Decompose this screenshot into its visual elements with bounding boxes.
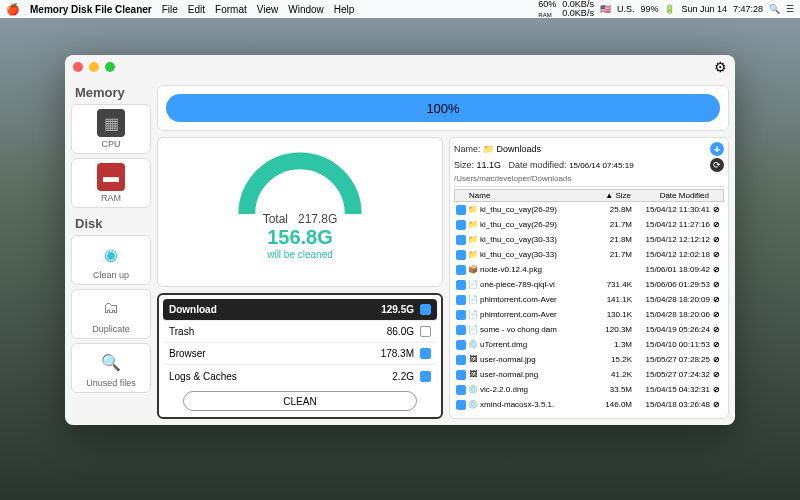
menu-window[interactable]: Window xyxy=(288,4,324,15)
file-type-icon: 📦 xyxy=(468,265,478,275)
category-checkbox[interactable] xyxy=(420,371,431,382)
file-block-icon[interactable]: ⊘ xyxy=(710,385,722,394)
file-block-icon[interactable]: ⊘ xyxy=(710,250,722,259)
app-name[interactable]: Memory Disk File Cleaner xyxy=(30,4,152,15)
file-checkbox[interactable] xyxy=(456,235,466,245)
file-row[interactable]: 📁ki_thu_co_vay(26-29)21.7M15/04/12 11:27… xyxy=(454,217,724,232)
category-row[interactable]: Browser178.3M xyxy=(163,343,437,365)
maximize-icon[interactable] xyxy=(105,62,115,72)
file-block-icon[interactable]: ⊘ xyxy=(710,370,722,379)
file-row[interactable]: 📁ki_thu_co_vay(30-33)21.8M15/04/12 12:12… xyxy=(454,232,724,247)
file-checkbox[interactable] xyxy=(456,205,466,215)
file-table-header[interactable]: Name ▲ Size Date Modified xyxy=(454,189,724,202)
gauge-arc xyxy=(230,144,370,214)
file-checkbox[interactable] xyxy=(456,400,466,410)
file-block-icon[interactable]: ⊘ xyxy=(710,235,722,244)
menu-help[interactable]: Help xyxy=(334,4,355,15)
menu-view[interactable]: View xyxy=(257,4,279,15)
file-name: ki_thu_co_vay(30-33) xyxy=(480,235,594,244)
file-checkbox[interactable] xyxy=(456,340,466,350)
apple-menu-icon[interactable]: 🍎 xyxy=(6,3,20,16)
file-block-icon[interactable]: ⊘ xyxy=(710,280,722,289)
file-date: 15/04/12 12:02:18 xyxy=(632,250,710,259)
clean-button[interactable]: CLEAN xyxy=(183,391,417,411)
sidebar-item-ram[interactable]: ▬ RAM xyxy=(71,158,151,208)
close-icon[interactable] xyxy=(73,62,83,72)
add-button[interactable]: + xyxy=(710,142,724,156)
file-date: 15/04/19 05:26:24 xyxy=(632,325,710,334)
search-icon[interactable]: 🔍 xyxy=(769,4,780,14)
file-size: 21.8M xyxy=(594,235,632,244)
memory-section-title: Memory xyxy=(71,85,151,100)
file-row[interactable]: 🖼user-normal.png41.2K15/05/27 07:24:32⊘ xyxy=(454,367,724,382)
refresh-button[interactable]: ⟳ xyxy=(710,158,724,172)
file-name: ki_thu_co_vay(26-29) xyxy=(480,220,594,229)
col-size[interactable]: ▲ Size xyxy=(593,191,631,200)
file-date: 15/05/27 07:24:32 xyxy=(632,370,710,379)
menu-edit[interactable]: Edit xyxy=(188,4,205,15)
file-size: 1.3M xyxy=(594,340,632,349)
file-checkbox[interactable] xyxy=(456,370,466,380)
file-block-icon[interactable]: ⊘ xyxy=(710,295,722,304)
file-date: 15/04/15 04:32:31 xyxy=(632,385,710,394)
file-block-icon[interactable]: ⊘ xyxy=(710,310,722,319)
folder-size-label: Size: xyxy=(454,160,474,170)
file-row[interactable]: 📁ki_thu_co_vay(30-33)21.7M15/04/12 12:02… xyxy=(454,247,724,262)
file-row[interactable]: 💿vlc-2.2.0.dmg33.5M15/04/15 04:32:31⊘ xyxy=(454,382,724,397)
file-block-icon[interactable]: ⊘ xyxy=(710,205,722,214)
file-name: some - vo chong dam xyxy=(480,325,594,334)
sidebar-item-duplicate[interactable]: 🗂 Duplicate xyxy=(71,289,151,339)
flag-icon[interactable]: 🇺🇸 xyxy=(600,4,611,14)
titlebar[interactable]: ⚙ xyxy=(65,55,735,79)
file-checkbox[interactable] xyxy=(456,385,466,395)
file-name: phimtorrent.com-Aver xyxy=(480,310,594,319)
category-checkbox[interactable] xyxy=(420,326,431,337)
file-checkbox[interactable] xyxy=(456,220,466,230)
file-row[interactable]: 📁ki_thu_co_vay(26-29)25.8M15/04/12 11:30… xyxy=(454,202,724,217)
file-type-icon: 🖼 xyxy=(468,355,478,365)
file-block-icon[interactable]: ⊘ xyxy=(710,355,722,364)
category-row[interactable]: Trash86.0G xyxy=(163,321,437,343)
file-row[interactable]: 🖼user-normal.jpg15.2K15/05/27 07:28:25⊘ xyxy=(454,352,724,367)
file-block-icon[interactable]: ⊘ xyxy=(710,400,722,409)
file-block-icon[interactable]: ⊘ xyxy=(710,220,722,229)
file-checkbox[interactable] xyxy=(456,325,466,335)
sidebar-item-unused[interactable]: 🔍 Unused files xyxy=(71,343,151,393)
file-checkbox[interactable] xyxy=(456,250,466,260)
category-row[interactable]: Logs & Caches2.2G xyxy=(163,365,437,387)
menu-icon[interactable]: ☰ xyxy=(786,4,794,14)
file-row[interactable]: 📄one-piece-789-qiqi-vi731.4K15/06/06 01:… xyxy=(454,277,724,292)
file-checkbox[interactable] xyxy=(456,355,466,365)
file-block-icon[interactable]: ⊘ xyxy=(710,265,722,274)
file-row[interactable]: 📄phimtorrent.com-Aver141.1K15/04/28 18:2… xyxy=(454,292,724,307)
menu-format[interactable]: Format xyxy=(215,4,247,15)
file-row[interactable]: 📄phimtorrent.com-Aver130.1K15/04/28 18:2… xyxy=(454,307,724,322)
file-row[interactable]: 📦node-v0.12.4.pkg15/06/01 18:09:42⊘ xyxy=(454,262,724,277)
file-list[interactable]: 📁ki_thu_co_vay(26-29)25.8M15/04/12 11:30… xyxy=(454,202,724,414)
file-checkbox[interactable] xyxy=(456,295,466,305)
file-checkbox[interactable] xyxy=(456,310,466,320)
sidebar: Memory ▦ CPU ▬ RAM Disk ◉ Clean up 🗂 Dup… xyxy=(71,85,151,419)
file-checkbox[interactable] xyxy=(456,265,466,275)
col-date[interactable]: Date Modified xyxy=(631,191,709,200)
file-row[interactable]: 📄some - vo chong dam120.3M15/04/19 05:26… xyxy=(454,322,724,337)
file-size: 21.7M xyxy=(594,220,632,229)
time: 7:47:28 xyxy=(733,4,763,14)
col-name[interactable]: Name xyxy=(469,191,593,200)
settings-icon[interactable]: ⚙ xyxy=(714,59,727,75)
file-block-icon[interactable]: ⊘ xyxy=(710,340,722,349)
category-checkbox[interactable] xyxy=(420,304,431,315)
menu-file[interactable]: File xyxy=(162,4,178,15)
file-checkbox[interactable] xyxy=(456,280,466,290)
minimize-icon[interactable] xyxy=(89,62,99,72)
file-block-icon[interactable]: ⊘ xyxy=(710,325,722,334)
file-row[interactable]: 💿xmind-macosx-3.5.1.146.0M15/04/18 03:26… xyxy=(454,397,724,412)
file-row[interactable]: 💿uTorrent.dmg1.3M15/04/10 00:11:53⊘ xyxy=(454,337,724,352)
sidebar-item-cleanup[interactable]: ◉ Clean up xyxy=(71,235,151,285)
ram-label: RAM xyxy=(101,193,121,203)
category-checkbox[interactable] xyxy=(420,348,431,359)
duplicate-icon: 🗂 xyxy=(97,294,125,322)
category-row[interactable]: Download129.5G xyxy=(163,299,437,321)
sidebar-item-cpu[interactable]: ▦ CPU xyxy=(71,104,151,154)
file-type-icon: 📄 xyxy=(468,325,478,335)
